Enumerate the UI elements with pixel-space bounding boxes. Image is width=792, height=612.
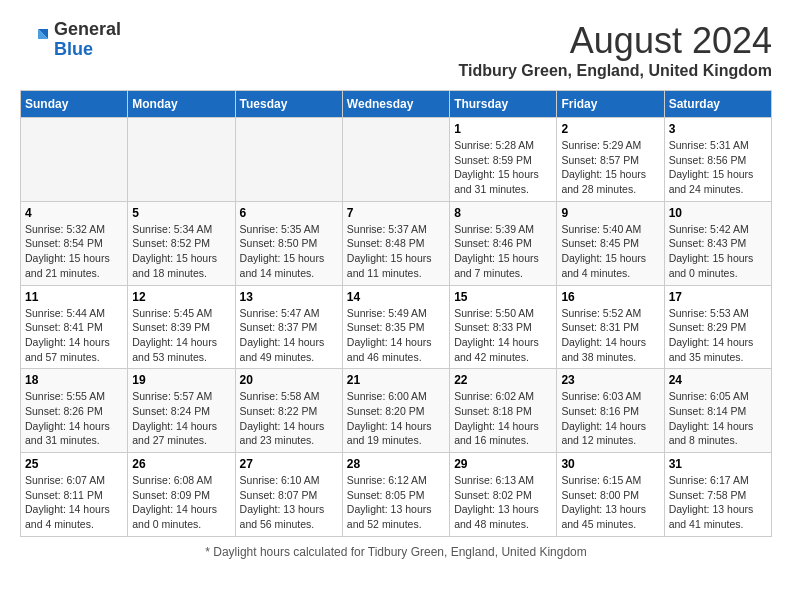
- day-info: Sunrise: 5:40 AMSunset: 8:45 PMDaylight:…: [561, 222, 659, 281]
- day-info: Sunrise: 5:50 AMSunset: 8:33 PMDaylight:…: [454, 306, 552, 365]
- calendar-header-tuesday: Tuesday: [235, 91, 342, 118]
- day-info: Sunrise: 6:12 AMSunset: 8:05 PMDaylight:…: [347, 473, 445, 532]
- calendar-day-cell: [128, 118, 235, 202]
- day-number: 5: [132, 206, 230, 220]
- day-info: Sunrise: 5:37 AMSunset: 8:48 PMDaylight:…: [347, 222, 445, 281]
- day-info: Sunrise: 6:02 AMSunset: 8:18 PMDaylight:…: [454, 389, 552, 448]
- day-info: Sunrise: 5:57 AMSunset: 8:24 PMDaylight:…: [132, 389, 230, 448]
- day-number: 16: [561, 290, 659, 304]
- calendar-day-cell: 2Sunrise: 5:29 AMSunset: 8:57 PMDaylight…: [557, 118, 664, 202]
- calendar-day-cell: [21, 118, 128, 202]
- day-number: 10: [669, 206, 767, 220]
- calendar-day-cell: 5Sunrise: 5:34 AMSunset: 8:52 PMDaylight…: [128, 201, 235, 285]
- calendar-day-cell: 7Sunrise: 5:37 AMSunset: 8:48 PMDaylight…: [342, 201, 449, 285]
- calendar-day-cell: 15Sunrise: 5:50 AMSunset: 8:33 PMDayligh…: [450, 285, 557, 369]
- calendar-day-cell: 21Sunrise: 6:00 AMSunset: 8:20 PMDayligh…: [342, 369, 449, 453]
- day-number: 26: [132, 457, 230, 471]
- header: General Blue August 2024 Tidbury Green, …: [20, 20, 772, 80]
- day-info: Sunrise: 6:08 AMSunset: 8:09 PMDaylight:…: [132, 473, 230, 532]
- day-number: 28: [347, 457, 445, 471]
- day-info: Sunrise: 5:28 AMSunset: 8:59 PMDaylight:…: [454, 138, 552, 197]
- day-number: 15: [454, 290, 552, 304]
- calendar-day-cell: 23Sunrise: 6:03 AMSunset: 8:16 PMDayligh…: [557, 369, 664, 453]
- day-info: Sunrise: 5:31 AMSunset: 8:56 PMDaylight:…: [669, 138, 767, 197]
- day-number: 12: [132, 290, 230, 304]
- calendar-day-cell: 16Sunrise: 5:52 AMSunset: 8:31 PMDayligh…: [557, 285, 664, 369]
- day-info: Sunrise: 5:32 AMSunset: 8:54 PMDaylight:…: [25, 222, 123, 281]
- day-number: 24: [669, 373, 767, 387]
- calendar-day-cell: 25Sunrise: 6:07 AMSunset: 8:11 PMDayligh…: [21, 453, 128, 537]
- day-number: 30: [561, 457, 659, 471]
- logo-general-text: General: [54, 20, 121, 40]
- calendar-table: SundayMondayTuesdayWednesdayThursdayFrid…: [20, 90, 772, 537]
- day-number: 8: [454, 206, 552, 220]
- calendar-day-cell: [342, 118, 449, 202]
- calendar-day-cell: 30Sunrise: 6:15 AMSunset: 8:00 PMDayligh…: [557, 453, 664, 537]
- day-info: Sunrise: 6:07 AMSunset: 8:11 PMDaylight:…: [25, 473, 123, 532]
- day-info: Sunrise: 5:44 AMSunset: 8:41 PMDaylight:…: [25, 306, 123, 365]
- day-number: 19: [132, 373, 230, 387]
- calendar-header-sunday: Sunday: [21, 91, 128, 118]
- location-subtitle: Tidbury Green, England, United Kingdom: [459, 62, 773, 80]
- calendar-week-row: 18Sunrise: 5:55 AMSunset: 8:26 PMDayligh…: [21, 369, 772, 453]
- calendar-header-row: SundayMondayTuesdayWednesdayThursdayFrid…: [21, 91, 772, 118]
- calendar-header-wednesday: Wednesday: [342, 91, 449, 118]
- calendar-day-cell: 9Sunrise: 5:40 AMSunset: 8:45 PMDaylight…: [557, 201, 664, 285]
- day-info: Sunrise: 5:55 AMSunset: 8:26 PMDaylight:…: [25, 389, 123, 448]
- day-info: Sunrise: 5:35 AMSunset: 8:50 PMDaylight:…: [240, 222, 338, 281]
- logo-blue-text: Blue: [54, 40, 121, 60]
- day-info: Sunrise: 5:45 AMSunset: 8:39 PMDaylight:…: [132, 306, 230, 365]
- calendar-day-cell: 6Sunrise: 5:35 AMSunset: 8:50 PMDaylight…: [235, 201, 342, 285]
- day-number: 21: [347, 373, 445, 387]
- day-number: 7: [347, 206, 445, 220]
- calendar-day-cell: 8Sunrise: 5:39 AMSunset: 8:46 PMDaylight…: [450, 201, 557, 285]
- day-info: Sunrise: 6:13 AMSunset: 8:02 PMDaylight:…: [454, 473, 552, 532]
- calendar-week-row: 25Sunrise: 6:07 AMSunset: 8:11 PMDayligh…: [21, 453, 772, 537]
- day-number: 17: [669, 290, 767, 304]
- calendar-day-cell: 24Sunrise: 6:05 AMSunset: 8:14 PMDayligh…: [664, 369, 771, 453]
- calendar-header-friday: Friday: [557, 91, 664, 118]
- day-info: Sunrise: 5:52 AMSunset: 8:31 PMDaylight:…: [561, 306, 659, 365]
- calendar-header-monday: Monday: [128, 91, 235, 118]
- day-number: 1: [454, 122, 552, 136]
- day-number: 25: [25, 457, 123, 471]
- footer-note-text: Daylight hours: [213, 545, 290, 559]
- calendar-day-cell: 29Sunrise: 6:13 AMSunset: 8:02 PMDayligh…: [450, 453, 557, 537]
- day-number: 2: [561, 122, 659, 136]
- calendar-week-row: 4Sunrise: 5:32 AMSunset: 8:54 PMDaylight…: [21, 201, 772, 285]
- day-info: Sunrise: 5:49 AMSunset: 8:35 PMDaylight:…: [347, 306, 445, 365]
- calendar-day-cell: 3Sunrise: 5:31 AMSunset: 8:56 PMDaylight…: [664, 118, 771, 202]
- calendar-header-thursday: Thursday: [450, 91, 557, 118]
- day-info: Sunrise: 6:17 AMSunset: 7:58 PMDaylight:…: [669, 473, 767, 532]
- calendar-day-cell: 10Sunrise: 5:42 AMSunset: 8:43 PMDayligh…: [664, 201, 771, 285]
- day-number: 18: [25, 373, 123, 387]
- calendar-day-cell: 19Sunrise: 5:57 AMSunset: 8:24 PMDayligh…: [128, 369, 235, 453]
- calendar-day-cell: 27Sunrise: 6:10 AMSunset: 8:07 PMDayligh…: [235, 453, 342, 537]
- calendar-day-cell: 13Sunrise: 5:47 AMSunset: 8:37 PMDayligh…: [235, 285, 342, 369]
- day-number: 13: [240, 290, 338, 304]
- day-number: 31: [669, 457, 767, 471]
- logo-text: General Blue: [54, 20, 121, 60]
- day-info: Sunrise: 6:05 AMSunset: 8:14 PMDaylight:…: [669, 389, 767, 448]
- calendar-day-cell: 12Sunrise: 5:45 AMSunset: 8:39 PMDayligh…: [128, 285, 235, 369]
- logo: General Blue: [20, 20, 121, 60]
- calendar-day-cell: 17Sunrise: 5:53 AMSunset: 8:29 PMDayligh…: [664, 285, 771, 369]
- title-section: August 2024 Tidbury Green, England, Unit…: [459, 20, 773, 80]
- day-number: 23: [561, 373, 659, 387]
- day-number: 11: [25, 290, 123, 304]
- calendar-day-cell: 4Sunrise: 5:32 AMSunset: 8:54 PMDaylight…: [21, 201, 128, 285]
- calendar-day-cell: 14Sunrise: 5:49 AMSunset: 8:35 PMDayligh…: [342, 285, 449, 369]
- day-number: 3: [669, 122, 767, 136]
- logo-icon: [20, 25, 50, 55]
- day-number: 4: [25, 206, 123, 220]
- calendar-day-cell: 1Sunrise: 5:28 AMSunset: 8:59 PMDaylight…: [450, 118, 557, 202]
- day-info: Sunrise: 5:53 AMSunset: 8:29 PMDaylight:…: [669, 306, 767, 365]
- day-number: 6: [240, 206, 338, 220]
- calendar-day-cell: [235, 118, 342, 202]
- day-info: Sunrise: 5:42 AMSunset: 8:43 PMDaylight:…: [669, 222, 767, 281]
- calendar-day-cell: 20Sunrise: 5:58 AMSunset: 8:22 PMDayligh…: [235, 369, 342, 453]
- day-info: Sunrise: 5:29 AMSunset: 8:57 PMDaylight:…: [561, 138, 659, 197]
- calendar-day-cell: 26Sunrise: 6:08 AMSunset: 8:09 PMDayligh…: [128, 453, 235, 537]
- day-info: Sunrise: 6:00 AMSunset: 8:20 PMDaylight:…: [347, 389, 445, 448]
- month-year-title: August 2024: [459, 20, 773, 62]
